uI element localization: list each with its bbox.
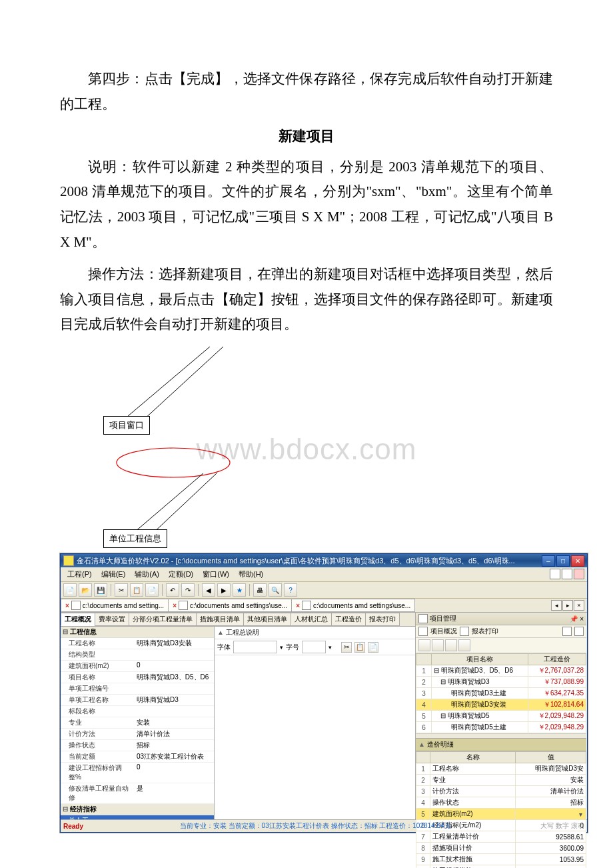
close-tab-icon[interactable]: × [173,602,177,609]
tool-help-icon[interactable]: ? [284,583,297,597]
tree-row[interactable]: 1明珠商贸城D3、D5、D6￥2,767,037.28 [416,665,586,677]
tree-row[interactable]: 2明珠商贸城D3￥737,088.99 [416,677,586,688]
paste-icon[interactable]: 📄 [368,642,378,653]
panel-pin-icon[interactable]: 📌 × [570,615,584,623]
detail-row[interactable]: 8措施项目计价3600.09 [416,843,586,854]
open-icon[interactable] [432,639,444,651]
prop-value[interactable]: 清单计价法 [135,729,214,739]
mdi-close-icon[interactable] [574,569,584,579]
close-tab-icon[interactable]: × [65,602,69,609]
prop-row[interactable]: 建设工程招标价调整%0 [61,763,214,783]
prop-row[interactable]: 标段名称 [61,706,214,717]
description-text-area[interactable] [215,655,415,819]
tab-prev-icon[interactable]: ◂ [551,600,562,611]
prop-group-header[interactable]: 经济指标 [61,804,214,815]
save-icon[interactable] [445,639,457,651]
detail-row[interactable]: 4操作状态招标 [416,797,586,809]
cut-icon[interactable]: ✂ [341,642,352,653]
subtab-report[interactable]: 报表打印 [365,613,400,626]
tool-save-icon[interactable]: 💾 [94,583,107,597]
tool-cut-icon[interactable]: ✂ [115,583,128,597]
toolbar-overview-label[interactable]: 项目概况 [430,627,457,636]
tab-close-icon[interactable]: × [574,600,584,611]
tree-row[interactable]: 5明珠商贸城D5￥2,029,948.29 [416,711,586,722]
subtab-bill[interactable]: 分部分项工程量清单 [129,613,197,626]
detail-row[interactable]: 3计价方法清单计价法 [416,786,586,797]
tool-print-icon[interactable]: 🖶 [253,583,267,597]
font-select[interactable] [233,641,277,653]
prop-value[interactable]: 明珠商贸城D3、D5、D6 [135,672,214,683]
tree-row[interactable]: 3明珠商贸城D3土建￥634,274.35 [416,688,586,699]
minimize-button[interactable]: – [542,555,555,567]
mdi-restore-icon[interactable] [562,569,572,579]
refresh-icon[interactable] [562,627,572,636]
delete-icon[interactable] [458,639,470,651]
tree-row[interactable]: 4明珠商贸城D3安装￥102,814.64 [416,699,586,711]
prop-value[interactable]: 0 [135,661,214,671]
prop-row[interactable]: 修改清单工程量自动修是 [61,783,214,804]
tool-open-icon[interactable]: 📂 [79,583,92,597]
prop-value[interactable]: 是 [135,783,214,803]
copy-icon[interactable]: 📋 [354,642,365,653]
subtab-material[interactable]: 人材机汇总 [291,613,332,626]
prop-row[interactable]: 建筑面积(m2)0 [61,661,214,672]
subtab-rates[interactable]: 费率设置 [95,613,129,626]
prop-value[interactable] [135,649,214,660]
toolbar-print-label[interactable]: 报表打印 [472,627,498,636]
prop-value[interactable] [135,706,214,717]
prop-row[interactable]: 当前定额03江苏安装工程计价表 [61,751,214,763]
tool-redo-icon[interactable]: ↷ [181,583,195,597]
menu-help[interactable]: 帮助(H) [235,569,267,580]
tool-back-icon[interactable]: ◀ [202,583,215,597]
detail-row[interactable]: 9施工技术措施1053.95 [416,854,586,865]
prop-value[interactable] [135,815,214,819]
tool-undo-icon[interactable]: ↶ [166,583,179,597]
prop-row[interactable]: 结构类型 [61,649,214,661]
prop-value[interactable]: 明珠商贸城D3 [135,695,214,705]
detail-row[interactable]: 7工程量清单计价92588.61 [416,831,586,843]
menu-quota[interactable]: 定额(D) [165,569,197,580]
menu-window[interactable]: 窗口(W) [199,569,233,580]
subtab-cost[interactable]: 工程造价 [331,613,366,626]
prop-value[interactable] [135,683,214,694]
prop-value[interactable]: 明珠商贸城D3安装 [135,638,214,649]
menu-project[interactable]: 工程(P) [63,569,96,580]
tool-find-icon[interactable]: 🔍 [269,583,282,597]
prop-row[interactable]: 操作状态招标 [61,740,214,751]
prop-row[interactable]: 计价方法清单计价法 [61,729,214,740]
tool-paste-icon[interactable]: 📄 [145,583,159,597]
tool-copy-icon[interactable]: 📋 [130,583,143,597]
detail-row[interactable]: 10施工组织措施2546.14 [416,865,586,868]
doc-tab-3[interactable]: × c:\documents amd settings\use... [291,599,415,612]
prop-row[interactable]: 项目名称明珠商贸城D3、D5、D6 [61,672,214,683]
maximize-button[interactable]: □ [556,555,570,567]
subtab-overview[interactable]: 工程概况 [61,613,95,626]
prop-row[interactable]: 单项工程编号 [61,683,214,695]
project-tree-table[interactable]: 项目名称 工程造价 1明珠商贸城D3、D5、D6￥2,767,037.282明珠… [416,653,586,733]
close-button[interactable]: ✕ [571,555,584,567]
expand-icon[interactable] [574,627,584,636]
size-select[interactable] [302,641,326,653]
menu-assist[interactable]: 辅助(A) [131,569,163,580]
menu-edit[interactable]: 编辑(E) [97,569,130,580]
doc-tab-2[interactable]: × c:\documents amd settings\use... [168,599,292,612]
prop-value[interactable]: 0 [135,763,214,783]
detail-table[interactable]: 名称 值 1工程名称明珠商贸城D3安2专业安装3计价方法清单计价法4操作状态招标… [416,751,586,868]
prop-group-header[interactable]: 工程信息 [61,627,214,638]
detail-row[interactable]: 1工程名称明珠商贸城D3安 [416,763,586,775]
doc-tab-1[interactable]: × c:\documents amd setting... [61,599,169,612]
tool-star-icon[interactable]: ★ [233,583,246,597]
detail-row[interactable]: 2专业安装 [416,775,586,786]
prop-value[interactable]: 03江苏安装工程计价表 [135,751,214,762]
close-tab-icon[interactable]: × [296,602,300,609]
subtab-other[interactable]: 其他项目清单 [243,613,291,626]
mdi-minimize-icon[interactable] [550,569,560,579]
new-icon[interactable] [418,639,430,651]
prop-row[interactable]: 总人工 [61,815,214,819]
subtab-measures[interactable]: 措施项目清单 [196,613,244,626]
prop-row[interactable]: 工程名称明珠商贸城D3安装 [61,638,214,649]
tab-next-icon[interactable]: ▸ [562,600,573,611]
tool-new-icon[interactable]: 📄 [63,583,77,597]
property-grid[interactable]: 工程信息工程名称明珠商贸城D3安装结构类型建筑面积(m2)0项目名称明珠商贸城D… [61,627,215,819]
prop-value[interactable]: 招标 [135,740,214,751]
